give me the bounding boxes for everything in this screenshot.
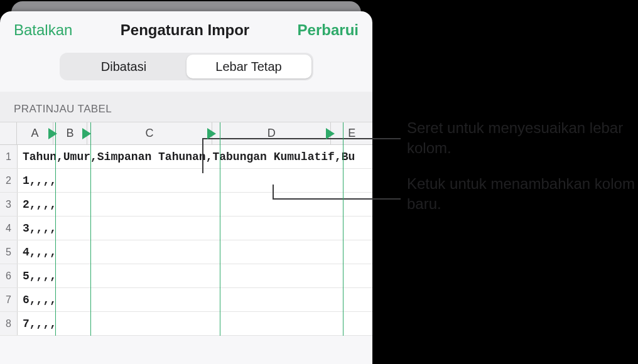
table-row[interactable]: 43,,,,	[0, 217, 372, 240]
row-content: 1,,,,	[18, 169, 372, 192]
row-number: 6	[0, 264, 18, 287]
table-row[interactable]: 54,,,,	[0, 240, 372, 264]
row-content: 3,,,,	[18, 217, 372, 240]
column-header-C[interactable]: C	[87, 122, 212, 144]
table-row[interactable]: 32,,,,	[0, 193, 372, 217]
cancel-button[interactable]: Batalkan	[14, 21, 72, 39]
segment-fixed-width[interactable]: Lebar Tetap	[187, 55, 311, 78]
row-content: 7,,,,	[18, 312, 372, 335]
table-row[interactable]: 21,,,,	[0, 169, 372, 193]
import-settings-sheet: Batalkan Pengaturan Impor Perbarui Dibat…	[0, 11, 372, 364]
table-preview[interactable]: A B C D E 1Tahun,Umur,Simpanan Tahunan,T…	[0, 122, 372, 336]
row-number: 1	[0, 145, 18, 168]
table-row[interactable]: 1Tahun,Umur,Simpanan Tahunan,Tabungan Ku…	[0, 145, 372, 169]
row-number: 2	[0, 169, 18, 192]
layout-segmented-control[interactable]: Dibatasi Lebar Tetap	[60, 53, 313, 80]
row-content: 4,,,,	[18, 240, 372, 264]
table-row[interactable]: 87,,,,	[0, 312, 372, 336]
row-number: 7	[0, 288, 18, 311]
preview-section-label: PRATINJAU TABEL	[0, 92, 372, 122]
callout-add-column: Ketuk untuk menambahkan kolom baru.	[407, 174, 638, 215]
row-content: 5,,,,	[18, 264, 372, 287]
column-handle-E[interactable]	[326, 128, 335, 139]
column-handle-B[interactable]	[48, 128, 57, 139]
row-content: Tahun,Umur,Simpanan Tahunan,Tabungan Kum…	[18, 145, 372, 168]
column-header-row: A B C D E	[0, 122, 372, 145]
table-row[interactable]: 76,,,,	[0, 288, 372, 312]
row-content: 2,,,,	[18, 193, 372, 216]
column-header-E[interactable]: E	[331, 122, 372, 144]
column-handle-C[interactable]	[82, 128, 91, 139]
row-number: 8	[0, 312, 18, 335]
row-number: 5	[0, 240, 18, 264]
update-button[interactable]: Perbarui	[298, 21, 359, 39]
segment-delimited[interactable]: Dibatasi	[62, 55, 187, 78]
table-row[interactable]: 65,,,,	[0, 264, 372, 288]
sheet-title: Pengaturan Impor	[121, 21, 249, 39]
callout-resize: Seret untuk menyesuaikan lebar kolom.	[407, 118, 638, 159]
row-content: 6,,,,	[18, 288, 372, 311]
column-header-D[interactable]: D	[212, 122, 331, 144]
row-number: 4	[0, 217, 18, 240]
column-handle-D[interactable]	[207, 128, 216, 139]
row-number: 3	[0, 193, 18, 216]
